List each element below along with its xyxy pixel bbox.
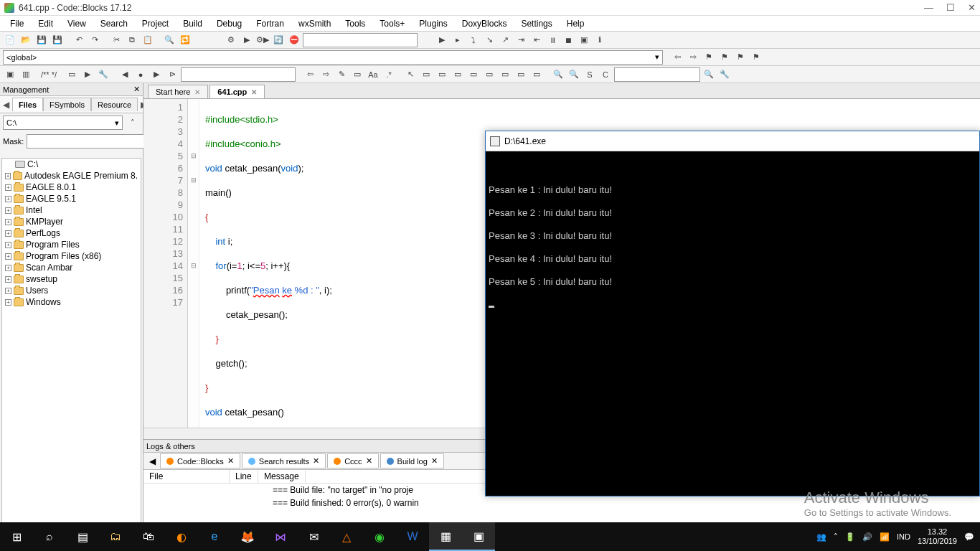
debugging-windows-icon[interactable]: ▣	[577, 33, 591, 47]
doxy-line-icon[interactable]: ▭	[65, 67, 79, 82]
prev-change-icon[interactable]: ⇦	[303, 67, 317, 82]
mgmt-tab-files[interactable]: Files	[12, 98, 43, 111]
nav-fwd-icon[interactable]: ⇨	[686, 50, 700, 65]
bookmark-next-icon[interactable]: ⚑	[733, 50, 748, 65]
save-icon[interactable]: 💾	[34, 33, 49, 47]
step-into-icon[interactable]: ↘	[482, 33, 496, 47]
store-icon[interactable]: 🛍	[132, 522, 165, 551]
run-to-cursor-icon[interactable]: ▸	[451, 33, 465, 47]
abort-icon[interactable]: ⛔	[287, 33, 301, 47]
find-run-icon[interactable]: 🔍	[702, 67, 716, 82]
replace-icon[interactable]: 🔁	[178, 33, 192, 47]
logs-prev-icon[interactable]: ◀	[146, 456, 159, 466]
rect3-icon[interactable]: ▭	[451, 67, 465, 82]
build-icon[interactable]: ⚙	[224, 33, 238, 47]
bookmark-clear-icon[interactable]: ⚑	[749, 50, 763, 65]
firefox-icon[interactable]: 🦊	[231, 522, 264, 551]
log-tab-codeblocks[interactable]: Code::Blocks✕	[160, 453, 240, 468]
clock[interactable]: 13.3213/10/2019	[918, 527, 957, 546]
mgmt-tab-prev[interactable]: ◀	[0, 100, 12, 110]
open-icon[interactable]: 📂	[19, 33, 33, 47]
minimize-button[interactable]: ―	[924, 2, 933, 13]
doxy-block-icon[interactable]: /** */	[34, 67, 63, 82]
step-over-icon[interactable]: ⤵	[466, 33, 481, 47]
menu-plugins[interactable]: Plugins	[412, 17, 454, 30]
step-out-icon[interactable]: ↗	[498, 33, 512, 47]
bookmark-flag-icon[interactable]: ⚑	[702, 50, 716, 65]
debug-run-icon[interactable]: ▶	[435, 33, 449, 47]
menu-debug[interactable]: Debug	[209, 17, 249, 30]
undo-icon[interactable]: ↶	[72, 33, 86, 47]
volume-icon[interactable]: 🔊	[862, 532, 872, 542]
close-button[interactable]: ✕	[968, 2, 976, 13]
doxy-run-icon[interactable]: ▶	[80, 67, 95, 82]
menu-build[interactable]: Build	[176, 17, 209, 30]
nav-back-icon[interactable]: ⇦	[670, 50, 684, 65]
messaging-icon[interactable]: ⋈	[264, 522, 297, 551]
console-titlebar[interactable]: D:\641.exe	[486, 131, 979, 151]
rect4-icon[interactable]: ▭	[466, 67, 481, 82]
doxy-project-icon[interactable]: ▣	[3, 67, 17, 82]
console-task-icon[interactable]: ▣	[462, 522, 495, 551]
word-icon[interactable]: W	[396, 522, 429, 551]
menu-help[interactable]: Help	[560, 17, 592, 30]
drive-combo[interactable]: C:\▾	[3, 116, 123, 130]
jump-dot-icon[interactable]: ●	[133, 67, 148, 82]
build-run-icon[interactable]: ⚙▶	[255, 33, 270, 47]
taskbar[interactable]: ⊞ ⌕ ▤ 🗂 🛍 ◐ e 🦊 ⋈ ✉ △ ◉ W ▦ ▣ 👥 ˄ 🔋 🔊 📶 …	[0, 522, 980, 551]
start-button[interactable]: ⊞	[0, 522, 33, 551]
break-icon[interactable]: ⏸	[545, 33, 560, 47]
next-instr-icon[interactable]: ⇥	[514, 33, 528, 47]
rect8-icon[interactable]: ▭	[529, 67, 544, 82]
vlc-icon[interactable]: △	[330, 522, 363, 551]
new-file-icon[interactable]: 📄	[3, 33, 17, 47]
notification-icon[interactable]: 💬	[964, 532, 974, 542]
text-case-icon[interactable]: Aa	[366, 67, 380, 82]
next-change-icon[interactable]: ⇨	[319, 67, 333, 82]
menu-view[interactable]: View	[60, 17, 93, 30]
uc-browser-icon[interactable]: ◐	[165, 522, 198, 551]
jump-last-icon[interactable]: ⊳	[165, 67, 179, 82]
console-window[interactable]: D:\641.exe Pesan ke 1 : Ini dulu! baru i…	[485, 131, 980, 496]
rect6-icon[interactable]: ▭	[498, 67, 512, 82]
jump-fwd-icon[interactable]: ▶	[149, 67, 164, 82]
pointer-icon[interactable]: ↖	[403, 67, 418, 82]
menu-edit[interactable]: Edit	[31, 17, 60, 30]
step-instr-icon[interactable]: ⇤	[529, 33, 544, 47]
jump-back-icon[interactable]: ◀	[118, 67, 132, 82]
tab-641cpp[interactable]: 641.cpp✕	[209, 85, 265, 98]
menu-project[interactable]: Project	[135, 17, 176, 30]
file-tree[interactable]: C:\ +Autodesk EAGLE Premium 8. +EAGLE 8.…	[1, 158, 141, 551]
menu-search[interactable]: Search	[93, 17, 135, 30]
log-tab-buildlog[interactable]: Build log✕	[380, 453, 444, 468]
zoom-in-icon[interactable]: 🔍	[551, 67, 565, 82]
mgmt-tab-resources[interactable]: Resource	[91, 98, 138, 111]
rect2-icon[interactable]: ▭	[435, 67, 449, 82]
zoom-out-icon[interactable]: 🔍	[567, 67, 581, 82]
menu-file[interactable]: File	[3, 17, 31, 30]
regex-icon[interactable]: .*	[382, 67, 396, 82]
menu-fortran[interactable]: Fortran	[249, 17, 291, 30]
edge-icon[interactable]: e	[198, 522, 231, 551]
build-target-combo[interactable]	[303, 33, 418, 47]
bookmark-prev-icon[interactable]: ⚑	[717, 50, 732, 65]
rect7-icon[interactable]: ▭	[514, 67, 528, 82]
taskview-icon[interactable]: ▤	[66, 522, 99, 551]
close-icon[interactable]: ✕	[194, 88, 200, 96]
search-icon[interactable]: ⌕	[33, 522, 66, 551]
menu-settings[interactable]: Settings	[514, 17, 559, 30]
language-indicator[interactable]: IND	[897, 532, 910, 541]
line-icon[interactable]: ◉	[363, 522, 396, 551]
save-all-icon[interactable]: 💾	[50, 33, 65, 47]
log-tab-search[interactable]: Search results✕	[242, 453, 326, 468]
doxy-extract-icon[interactable]: ▥	[19, 67, 33, 82]
rect1-icon[interactable]: ▭	[419, 67, 433, 82]
fold-column[interactable]: ⊟⊟⊟	[188, 99, 199, 428]
mail-icon[interactable]: ✉	[297, 522, 330, 551]
drive-up-icon[interactable]: ˄	[126, 116, 140, 130]
tray-up-icon[interactable]: ˄	[834, 532, 838, 542]
highlight-icon[interactable]: ✎	[334, 67, 349, 82]
rect5-icon[interactable]: ▭	[482, 67, 496, 82]
maximize-button[interactable]: ☐	[946, 2, 955, 13]
menu-toolsplus[interactable]: Tools+	[372, 17, 412, 30]
